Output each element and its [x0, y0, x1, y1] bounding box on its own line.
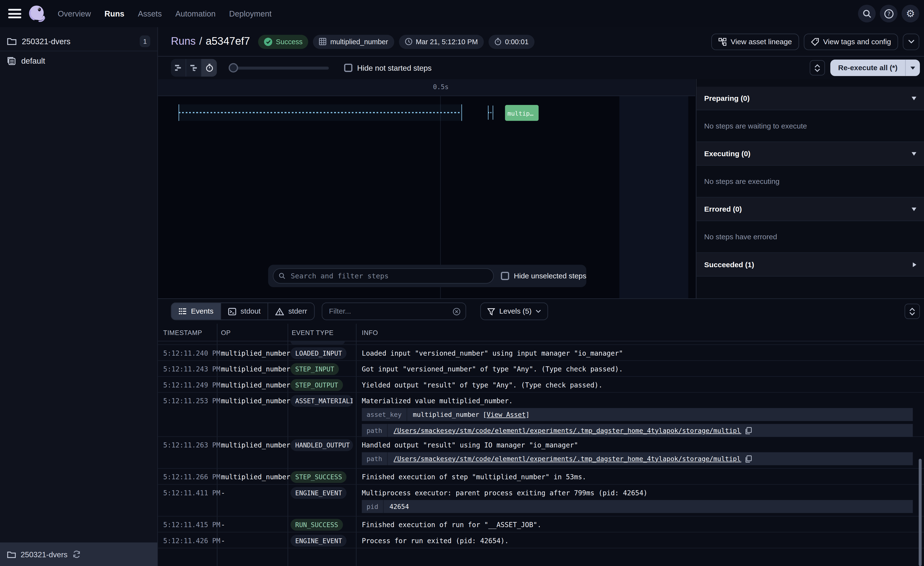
settings-button[interactable]: ⚙ [902, 5, 920, 23]
expand-panel-button[interactable] [810, 60, 825, 75]
col-timestamp: TIMESTAMP [158, 329, 217, 336]
start-time-chip: Mar 21, 5:12:10 PM [399, 35, 484, 48]
nav-runs[interactable]: Runs [104, 9, 124, 18]
slider-track [229, 66, 329, 69]
sidebar-item-job-default[interactable]: default [0, 51, 158, 71]
gantt-search-overlay: Hide unselected steps [268, 265, 586, 287]
tab-events[interactable]: Events [171, 303, 221, 320]
screen: Overview Runs Assets Automation Deployme… [0, 0, 924, 566]
event-type-pill: HANDLED_OUTPUT [291, 439, 353, 451]
search-icon [862, 9, 871, 18]
filter-funnel-icon [488, 307, 495, 315]
levels-dropdown[interactable]: Levels (5) [480, 303, 548, 320]
left-sidebar: 250321-dvers 1 default 250321-dvers [0, 27, 158, 566]
main-content: Runs/a5347ef7 Success multiplied_number … [158, 27, 924, 566]
view-flat-button[interactable] [171, 59, 186, 77]
section-succeeded[interactable]: Succeeded (1) [696, 253, 924, 277]
table-row: 5:12:11.263 PM multiplied_number HANDLED… [158, 437, 924, 469]
section-executing[interactable]: Executing (0) [696, 142, 924, 166]
step-marker-dots [488, 112, 494, 113]
folder-icon [7, 37, 16, 45]
tab-stderr[interactable]: stderr [268, 303, 314, 320]
clipped-pill [291, 341, 345, 344]
path-link[interactable]: /Users/smackesey/stm/code/elementl/exper… [393, 427, 741, 434]
table-row: 5:12:11.266 PM multiplied_number STEP_SU… [158, 469, 924, 485]
asset-grid-icon [319, 38, 327, 45]
gantt-toolbar-right: Re-execute all (*) [810, 60, 920, 76]
timeline-tick-label: 0.5s [426, 83, 456, 91]
reexecute-split-button: Re-execute all (*) [831, 60, 920, 76]
hide-unselected-control: Hide unselected steps [501, 272, 586, 280]
hamburger-menu-icon[interactable] [8, 9, 21, 18]
job-name: default [21, 57, 45, 65]
timer-view-icon [206, 64, 213, 72]
expand-logs-button[interactable] [904, 304, 920, 319]
asset-tag-chip[interactable]: multiplied_number [313, 35, 394, 48]
clock-icon [405, 38, 412, 45]
nav-automation[interactable]: Automation [175, 9, 216, 18]
gantt-timeline-header: 0.5s [158, 79, 696, 96]
nav-overview[interactable]: Overview [58, 9, 91, 18]
section-errored-body: No steps have errored [696, 221, 924, 253]
chevron-down-icon [908, 39, 914, 44]
search-button[interactable] [858, 5, 876, 23]
nav-actions: ? ⚙ [858, 5, 919, 23]
gantt-toolbar: Hide not started steps Re-execute all (*… [158, 57, 924, 79]
chevron-down-icon [909, 312, 915, 315]
flat-view-icon [174, 65, 182, 71]
events-section: Events stdout stderr [158, 298, 924, 566]
help-icon: ? [884, 9, 894, 18]
search-icon [279, 272, 285, 279]
run-actions-menu-button[interactable] [903, 33, 920, 50]
breadcrumb-runs-link[interactable]: Runs [171, 35, 196, 47]
chevron-down-icon [912, 152, 916, 155]
section-preparing[interactable]: Preparing (0) [696, 87, 924, 110]
view-waterfall-button[interactable] [186, 59, 201, 77]
slider-knob[interactable] [229, 63, 238, 73]
event-type-pill: LOADED_INPUT [291, 348, 347, 359]
copy-icon[interactable] [745, 455, 752, 463]
copy-icon[interactable] [745, 427, 752, 434]
top-nav: Overview Runs Assets Automation Deployme… [0, 0, 924, 27]
step-search-input[interactable] [290, 271, 488, 281]
section-errored[interactable]: Errored (0) [696, 197, 924, 221]
dagster-app: Overview Runs Assets Automation Deployme… [0, 0, 924, 566]
primary-nav: Overview Runs Assets Automation Deployme… [58, 9, 272, 18]
zoom-slider[interactable] [229, 59, 329, 77]
event-type-pill: STEP_INPUT [291, 363, 339, 375]
help-button[interactable]: ? [880, 5, 897, 23]
gantt-highlight-band [620, 96, 688, 298]
breadcrumb: Runs/a5347ef7 [171, 35, 250, 48]
hide-unselected-label: Hide unselected steps [514, 272, 586, 280]
nav-deployment[interactable]: Deployment [229, 9, 272, 18]
view-asset-lineage-button[interactable]: View asset lineage [711, 33, 799, 50]
view-asset-link[interactable]: View Asset [487, 411, 526, 418]
hide-not-started-checkbox[interactable] [344, 64, 352, 72]
job-icon [7, 57, 16, 65]
nav-assets[interactable]: Assets [138, 9, 162, 18]
tab-stdout[interactable]: stdout [221, 303, 268, 320]
view-tags-config-button[interactable]: View tags and config [804, 33, 898, 50]
step-status-panel: Preparing (0) No steps are waiting to ex… [696, 79, 924, 298]
svg-text:?: ? [887, 10, 890, 17]
reexecute-options-button[interactable] [905, 60, 920, 76]
gantt-step-bar[interactable]: multiplied_number [505, 105, 538, 121]
log-filter-input[interactable] [328, 307, 448, 316]
metadata-row-pid: pid 42654 [362, 500, 913, 513]
repository-count-badge: 1 [140, 35, 150, 47]
run-chips: Success multiplied_number Mar 21, 5:12:1… [258, 35, 534, 48]
reexecute-all-button[interactable]: Re-execute all (*) [831, 60, 905, 76]
vertical-scrollbar[interactable] [919, 459, 922, 566]
sidebar-item-repository[interactable]: 250321-dvers 1 [0, 32, 158, 51]
hide-unselected-checkbox[interactable] [501, 272, 509, 280]
refresh-icon[interactable] [72, 550, 80, 558]
view-timed-button[interactable] [201, 59, 217, 77]
col-event-type: EVENT TYPE [288, 329, 356, 336]
path-link[interactable]: /Users/smackesey/stm/code/elementl/exper… [393, 455, 741, 463]
chevron-down-icon [912, 207, 916, 211]
dagster-logo[interactable] [27, 4, 46, 23]
duration-chip: 0:00:01 [489, 35, 534, 48]
hide-not-started-label: Hide not started steps [357, 63, 432, 72]
table-header: TIMESTAMP OP EVENT TYPE INFO [158, 324, 924, 342]
clear-filter-icon[interactable] [452, 307, 460, 316]
